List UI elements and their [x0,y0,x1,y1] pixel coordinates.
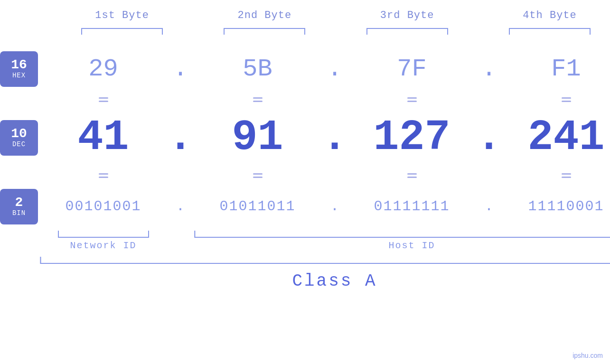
watermark: ipshu.com [572,352,603,359]
dec-b4: 241 [527,113,604,162]
hex-dot2: . [327,55,342,83]
values-column: 29 . 5B . 7F . F1 [38,43,610,291]
host-bracket-container [192,230,610,239]
byte4-header: 4th Byte [489,9,610,21]
bottom-brackets-row [38,230,610,239]
dec-dot3: . [476,113,502,162]
eq-bar-bot-3 [407,101,417,102]
eq1-b3 [347,97,477,102]
dec-dot2: . [322,113,347,162]
class-label: Class A [292,271,377,291]
class-bracket-svg [38,256,610,265]
byte2-header: 2nd Byte [204,9,325,21]
dec-b1: 41 [77,113,129,162]
class-label-cell: Class A [38,271,610,291]
bin-b2: 01011011 [219,198,295,215]
hex-dot1: . [173,55,188,83]
dec-b2-cell: 91 [192,113,323,162]
hex-b2: 5B [243,55,272,83]
dec-badge-spacer: 10 DEC [0,109,38,166]
eq-bars-8 [562,173,571,178]
eq2-b2 [192,173,323,178]
eq-bar-top-3 [407,97,417,99]
bin-b3-cell: 01111111 [347,198,477,215]
top-brackets [0,26,610,38]
eq-bar-top-8 [562,173,571,175]
bin-dot3-cell: . [477,198,501,215]
dec-b3-cell: 127 [347,113,477,162]
hex-badge: 16 HEX [0,51,38,87]
eq-bar-bot-8 [562,177,571,178]
eq-bar-bot-1 [99,101,108,102]
eq-bar-bot-6 [253,177,263,178]
hex-b3-cell: 7F [347,55,477,83]
eq-bars-7 [407,173,417,178]
eq-bar-bot-5 [99,177,108,178]
eq-bar-top-1 [99,97,108,99]
bin-dot3: . [485,198,493,215]
hex-dot3-cell: . [477,55,501,83]
byte-headers: 1st Byte 2nd Byte 3rd Byte 4th Byte [0,9,610,21]
host-bracket-svg [192,230,610,239]
eq-bars-6 [253,173,263,178]
eq-bar-bot-4 [562,101,571,102]
content-area: 16 HEX 10 DEC 2 BIN [0,43,610,291]
eq-bars-4 [562,97,571,102]
bin-dot2: . [330,198,339,215]
bin-dot1: . [176,198,185,215]
dec-dot1-cell: . [169,113,192,162]
bracket-top-4 [489,26,610,38]
dec-row: 41 . 91 . 127 . 241 [38,109,610,166]
bin-b4-cell: 11110001 [501,198,610,215]
hex-b4-cell: F1 [501,55,610,83]
dec-badge-label: DEC [12,140,26,148]
network-id-label: Network ID [70,240,136,251]
byte1-header: 1st Byte [62,9,182,21]
hex-b1: 29 [88,55,118,83]
bracket-top-3 [347,26,468,38]
bin-dot1-cell: . [169,198,192,215]
bin-badge: 2 BIN [0,189,38,224]
eq-bar-top-6 [253,173,263,175]
dec-dot1: . [168,113,193,162]
eq-bar-top-4 [562,97,571,99]
host-id-label: Host ID [388,240,435,251]
bin-badge-label: BIN [12,209,26,217]
bracket-top-1 [62,26,182,38]
dec-dot3-cell: . [477,113,501,162]
host-id-label-cell: Host ID [192,240,610,251]
bin-dot2-cell: . [323,198,347,215]
badge-column: 16 HEX 10 DEC 2 BIN [0,43,38,291]
hex-b2-cell: 5B [192,55,323,83]
bin-b1-cell: 00101001 [38,198,169,215]
eq-bars-1 [99,97,108,102]
hex-b3: 7F [397,55,426,83]
dec-badge: 10 DEC [0,120,38,156]
bin-badge-num: 2 [15,196,23,209]
bin-b2-cell: 01011011 [192,198,323,215]
eq-bar-bot-2 [253,101,263,102]
eq-bars-2 [253,97,263,102]
eq1-b4 [501,97,610,102]
dec-dot2-cell: . [323,113,347,162]
class-bracket-container [38,256,610,268]
eq2-b4 [501,173,610,178]
hex-badge-spacer: 16 HEX [0,43,38,90]
eq-row-1 [38,90,610,109]
network-id-label-cell: Network ID [38,240,169,251]
dec-b2: 91 [232,113,283,162]
main-container: 1st Byte 2nd Byte 3rd Byte 4th Byte [0,0,610,364]
hex-row: 29 . 5B . 7F . F1 [38,43,610,90]
hex-badge-num: 16 [11,58,27,72]
eq2-b1 [38,173,169,178]
eq-row-2 [38,166,610,185]
eq-bars-3 [407,97,417,102]
hex-b1-cell: 29 [38,55,169,83]
eq1-b2 [192,97,323,102]
dec-b3: 127 [373,113,450,162]
dec-badge-num: 10 [11,127,27,140]
bin-b4: 11110001 [528,198,604,215]
bin-b3: 01111111 [374,198,450,215]
network-bracket-svg [56,230,151,239]
eq2-b3 [347,173,477,178]
